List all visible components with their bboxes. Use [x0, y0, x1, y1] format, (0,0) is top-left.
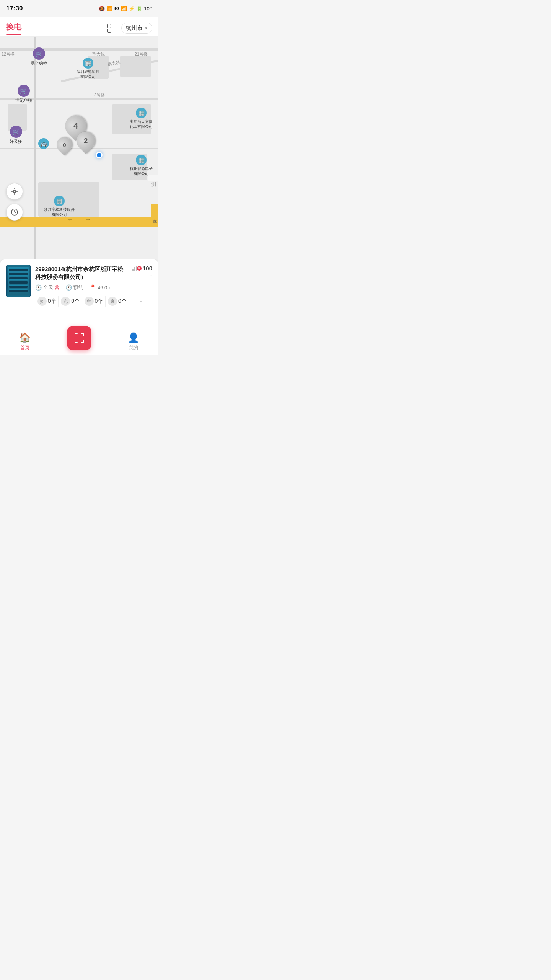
bottom-nav: 🏠 首页 👤 我的: [0, 328, 158, 355]
svg-rect-13: [83, 340, 84, 343]
stat-end: -: [129, 297, 152, 305]
stat-exchange-icon: 换: [37, 297, 47, 306]
cluster-pin-2[interactable]: 2: [77, 132, 95, 150]
battery-slot-1: [9, 268, 28, 271]
signal-error-icon: ✕: [137, 266, 142, 271]
open-icon: 营: [55, 284, 59, 291]
card-right-info: ✕ 100 -: [132, 265, 152, 279]
signal-bars: [132, 266, 137, 271]
scan-button[interactable]: [67, 326, 91, 350]
basket-icon-pinquan: 🛒: [33, 47, 45, 60]
location-button[interactable]: [6, 183, 23, 200]
stat-charge: 充 0个: [59, 297, 82, 306]
svg-rect-7: [75, 333, 75, 336]
card-station-title: 299280014(杭州市余杭区浙江宇松科技股份有限公司): [35, 265, 129, 281]
stat-empty-value: 0个: [95, 298, 103, 305]
battery-slot-2: [9, 273, 28, 276]
city-selector[interactable]: 杭州市 ▼: [121, 23, 152, 34]
signal-group: ✕ 100: [132, 265, 152, 271]
poi-shiji[interactable]: 🛒 世纪华联: [15, 85, 32, 103]
mute-icon: 🔕: [99, 6, 105, 11]
history-button[interactable]: [6, 204, 23, 220]
clock-icon: 🕐: [35, 284, 42, 291]
poi-zheda[interactable]: 🏢 浙江浙大方圆化工有限公司: [130, 108, 153, 129]
grid-list-toggle[interactable]: [106, 23, 117, 34]
grid-icon-inner: [107, 24, 116, 33]
stat-charge-top: 充 0个: [61, 297, 80, 306]
signal-4g-icon: 4G: [114, 6, 120, 11]
company-icon-shenzhen: 🏢: [83, 58, 93, 69]
city-name: 杭州市: [126, 24, 143, 32]
poi-pinquan[interactable]: 🛒 品全购物: [31, 47, 47, 66]
poi-zhiyuan[interactable]: 🏢 杭州智源电子有限公司: [130, 155, 153, 176]
poi-label-pinquan: 品全购物: [31, 60, 47, 66]
stat-charge-value: 0个: [71, 298, 80, 305]
grid-cell: [107, 24, 111, 28]
home-icon: 🏠: [19, 332, 31, 343]
svg-point-0: [13, 190, 16, 193]
building-label-3: 3号楼: [94, 92, 105, 98]
company-label-yusong: 浙江宇松科技股份有限公司: [44, 207, 75, 217]
company-icon-zhiyuan: 🏢: [136, 155, 147, 165]
stat-waste-value: 0个: [118, 298, 127, 305]
grid-line: [112, 29, 116, 33]
status-icons: 🔕 📶 4G 📶 ⚡ 🔋 100: [99, 6, 152, 11]
nav-item-mine[interactable]: 👤 我的: [109, 332, 158, 351]
stat-exchange: 换 0个: [35, 297, 58, 306]
card-info: 299280014(杭州市余杭区浙江宇松科技股份有限公司) ✕ 100 -: [35, 265, 152, 307]
nav-item-scan[interactable]: [49, 333, 109, 350]
battery-slot-5: [9, 285, 28, 288]
hours-label: 全天: [43, 284, 53, 291]
basket-icon-haoyouduo: 🛒: [10, 126, 22, 138]
stat-waste-icon: 废: [108, 297, 117, 306]
clock2-icon: 🕐: [65, 284, 72, 291]
card-dash: -: [150, 272, 152, 279]
charging-icon: ⚡: [129, 6, 135, 11]
poi-yusong[interactable]: 🏢 浙江宇松科技股份有限公司: [44, 196, 75, 217]
basket-icon-shiji: 🛒: [18, 85, 30, 97]
stat-waste-top: 废 0个: [108, 297, 127, 306]
card-content: 299280014(杭州市余杭区浙江宇松科技股份有限公司) ✕ 100 -: [6, 265, 152, 307]
card-title-row: 299280014(杭州市余杭区浙江宇松科技股份有限公司) ✕ 100 -: [35, 265, 152, 281]
poi-shenzhen[interactable]: 🏢 深圳城铄科技有限公司: [77, 58, 99, 79]
stat-exchange-top: 换 0个: [37, 297, 56, 306]
mine-icon: 👤: [128, 332, 139, 343]
building-label-21: 21号楼: [135, 51, 148, 57]
bottom-card: 299280014(杭州市余杭区浙江宇松科技股份有限公司) ✕ 100 -: [0, 259, 158, 328]
nav-item-home[interactable]: 🏠 首页: [0, 332, 49, 351]
meta-reservation: 🕐 预约: [65, 284, 83, 291]
home-label: 首页: [20, 345, 29, 351]
stat-empty: 空 0个: [82, 297, 105, 306]
stats-row: 换 0个 充 0个 空 0个: [35, 296, 152, 307]
battery-slot-6: [9, 289, 28, 292]
distance-label: 46.0m: [98, 285, 111, 291]
nav-title: 换电: [6, 22, 21, 32]
stat-end-dash: -: [140, 297, 142, 305]
location-icon: 📍: [90, 284, 96, 291]
pin-number-4: 4: [73, 121, 78, 131]
station-image-inner: [8, 267, 29, 295]
poi-label-shiji: 世纪华联: [15, 98, 32, 103]
svg-rect-11: [75, 340, 75, 343]
meta-distance: 📍 46.0m: [90, 284, 111, 291]
company-icon-zheda: 🏢: [136, 108, 147, 118]
poi-haoyouduo[interactable]: 🛒 好又多: [10, 126, 22, 144]
poi-bus: 🚌: [38, 138, 49, 149]
status-bar: 17:30 🔕 📶 4G 📶 ⚡ 🔋 100: [0, 0, 158, 17]
signal-bar-1: [132, 269, 134, 271]
map-area[interactable]: 21号楼 12号楼 3号楼 荆大线 荆大线 ← → 永拦 🛒 品全购物 🛒 世纪…: [0, 37, 158, 259]
station-image: [6, 265, 31, 297]
building-label-12: 12号楼: [2, 51, 15, 57]
nav-right: 杭州市 ▼: [106, 23, 152, 34]
cluster-pin-0[interactable]: 0: [57, 137, 72, 152]
battery-value: 100: [144, 6, 152, 11]
mine-label: 我的: [129, 345, 138, 351]
stat-charge-icon: 充: [61, 297, 70, 306]
nav-title-wrap: 换电: [6, 22, 21, 35]
stat-waste: 废 0个: [106, 297, 129, 306]
signal-bar-2: [134, 267, 135, 271]
company-label-shenzhen: 深圳城铄科技有限公司: [77, 69, 99, 79]
battery-slot-3: [9, 277, 28, 280]
reservation-label: 预约: [73, 284, 83, 291]
pin-number-0: 0: [63, 142, 66, 148]
